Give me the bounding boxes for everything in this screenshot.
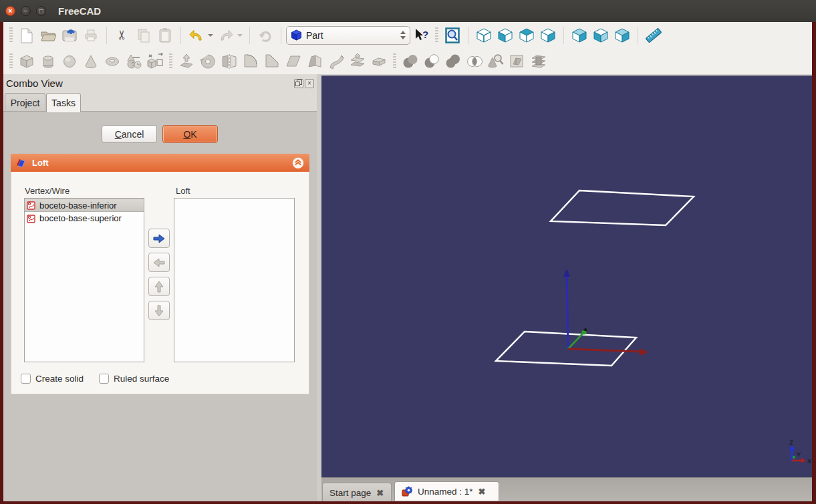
ok-label: OK <box>183 129 196 140</box>
move-right-button[interactable] <box>148 229 170 248</box>
part-primitives-button <box>123 51 144 72</box>
loft-section-icon <box>16 158 27 168</box>
tab-tasks[interactable]: Tasks <box>46 93 81 112</box>
save-icon <box>61 27 78 43</box>
ruled-surface-icon <box>306 53 323 70</box>
new-document-button[interactable] <box>16 25 37 45</box>
undo-icon <box>188 27 205 43</box>
y-axis <box>568 334 583 349</box>
close-window-button[interactable]: × <box>5 6 15 16</box>
list-item-label: boceto-base-superior <box>39 213 122 223</box>
loft-list[interactable] <box>174 198 295 362</box>
view-axonometric-button[interactable] <box>473 25 495 45</box>
boolean-common-icon <box>466 53 483 70</box>
fit-all-icon <box>445 27 460 43</box>
tab-project[interactable]: Project <box>5 93 45 112</box>
vertex-wire-label: Vertex/Wire <box>25 186 70 196</box>
sweep-icon <box>327 53 345 70</box>
sketch-icon <box>27 201 36 210</box>
view-top-button[interactable] <box>516 25 537 45</box>
view-right-icon <box>540 27 556 43</box>
toolbar-grip[interactable] <box>435 27 438 43</box>
maximize-window-button[interactable]: □ <box>36 6 46 16</box>
collapse-icon[interactable] <box>292 157 304 169</box>
part-shapebuilder-button <box>144 51 166 72</box>
tab-project-label: Project <box>11 98 40 108</box>
list-item[interactable]: boceto-base-superior <box>25 212 144 225</box>
toolbar-grip[interactable] <box>169 53 172 70</box>
panel-close-button[interactable]: × <box>305 79 314 88</box>
window-border-bottom <box>0 501 816 504</box>
loft-section-header[interactable]: Loft <box>11 154 309 172</box>
minimize-window-button[interactable]: − <box>21 6 31 16</box>
part-boolean-union-button <box>400 51 421 72</box>
part-torus-button <box>102 51 123 72</box>
thickness-icon <box>370 53 388 70</box>
create-solid-checkbox[interactable] <box>21 374 31 384</box>
view-left-button[interactable] <box>611 25 633 45</box>
print-button <box>80 25 102 45</box>
workbench-spinner[interactable] <box>400 31 406 39</box>
cross-sections-icon <box>530 53 547 70</box>
undo-dropdown-caret[interactable] <box>208 34 213 37</box>
window-title: FreeCAD <box>58 5 101 17</box>
arrow-down-icon <box>153 304 165 318</box>
cancel-label: Cancel <box>115 129 144 140</box>
workbench-value: Part <box>306 30 396 41</box>
view-rear-button[interactable] <box>569 25 590 45</box>
part-boolean-fuse-button <box>442 51 464 72</box>
part-cross-sections-button <box>528 51 549 72</box>
panel-float-button[interactable] <box>294 79 303 88</box>
section-icon <box>509 53 526 70</box>
new-document-icon <box>19 27 34 43</box>
viewport-3d[interactable]: Z Y X <box>321 76 812 477</box>
view-right-button[interactable] <box>537 25 559 45</box>
toolbar-grip[interactable] <box>9 53 13 70</box>
view-front-button[interactable] <box>495 25 516 45</box>
fit-all-button[interactable] <box>442 25 463 45</box>
measure-button[interactable] <box>643 25 664 45</box>
toolbar-standard: ✂ Part ? <box>3 22 812 48</box>
undo-button[interactable] <box>186 25 207 45</box>
panel-splitter[interactable] <box>317 74 321 501</box>
tab-close-icon[interactable]: ✖ <box>479 487 486 497</box>
doc-tab-unnamed[interactable]: Unnamed : 1* ✖ <box>394 481 499 501</box>
loft-list-label: Loft <box>176 186 190 196</box>
window-border-left <box>0 22 3 504</box>
part-cylinder-button <box>37 51 59 72</box>
save-button[interactable] <box>59 25 80 45</box>
float-icon <box>295 80 302 86</box>
toolbar-part <box>3 48 812 74</box>
ok-button[interactable]: OK <box>162 125 218 143</box>
ruled-surface-checkbox[interactable] <box>99 374 109 384</box>
vertex-wire-list[interactable]: boceto-base-inferior boceto-base-superio… <box>24 198 144 362</box>
print-icon <box>83 27 99 43</box>
cut-icon: ✂ <box>114 30 130 41</box>
doc-tab-start-page[interactable]: Start page ✖ <box>322 483 392 502</box>
toolbar-grip[interactable] <box>393 53 396 70</box>
cancel-button[interactable]: Cancel <box>102 125 157 143</box>
list-item[interactable]: boceto-base-inferior <box>25 199 144 212</box>
boolean-union-icon <box>402 53 419 70</box>
ruled-surface-label[interactable]: Ruled surface <box>114 374 169 384</box>
torus-icon <box>104 53 121 70</box>
part-mirror-button <box>219 51 240 72</box>
create-solid-label[interactable]: Create solid <box>35 374 84 384</box>
mirror-icon <box>221 53 238 70</box>
cut-button[interactable]: ✂ <box>112 25 133 45</box>
whats-this-button[interactable]: ? <box>410 25 432 45</box>
open-document-button[interactable] <box>37 25 59 45</box>
doc-tab-label: Start page <box>329 488 371 498</box>
x-axis <box>568 349 640 352</box>
paste-icon <box>158 27 172 43</box>
tab-close-icon[interactable]: ✖ <box>376 488 384 498</box>
toolbar-grip[interactable] <box>9 27 13 43</box>
part-thickness-button <box>368 51 390 72</box>
loft-icon <box>349 53 366 70</box>
z-axis <box>567 275 568 349</box>
freecad-document-icon <box>402 486 412 497</box>
view-bottom-button[interactable] <box>590 25 611 45</box>
workbench-selector[interactable]: Part <box>286 26 410 45</box>
make-face-icon <box>285 53 302 70</box>
x-axis-arrowhead <box>640 348 648 356</box>
